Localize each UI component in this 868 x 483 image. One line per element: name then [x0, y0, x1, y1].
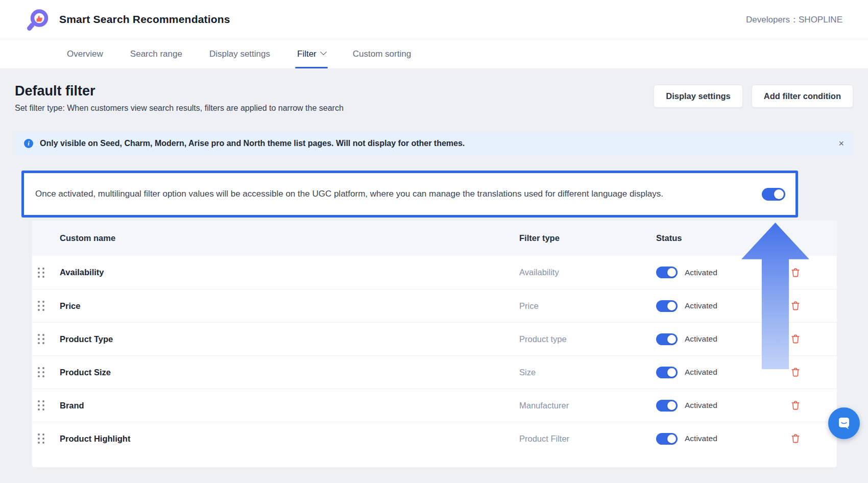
drag-handle[interactable]	[32, 400, 60, 410]
add-filter-condition-button[interactable]: Add filter condition	[752, 85, 853, 108]
filter-row: Product Highlight Product Filter Activat…	[32, 422, 837, 455]
trash-icon	[790, 367, 801, 378]
filter-actions	[778, 300, 837, 311]
info-banner-text: Only visible on Seed, Charm, Modern, Ari…	[40, 139, 465, 148]
status-toggle[interactable]	[656, 267, 678, 278]
trash-icon	[790, 267, 801, 278]
drag-handle-dots-icon	[38, 334, 44, 344]
drag-handle-dots-icon	[38, 367, 44, 377]
tab-display-settings[interactable]: Display settings	[209, 39, 270, 68]
filter-type: Manufacturer	[519, 401, 656, 410]
status-label: Activated	[685, 334, 717, 344]
filter-actions	[778, 367, 837, 378]
trash-icon	[790, 433, 801, 444]
app-logo-icon	[27, 8, 50, 31]
filter-row: Product Type Product type Activated	[32, 322, 837, 355]
page-subtitle: Set filter type: When customers view sea…	[15, 103, 344, 113]
filter-custom-name: Product Highlight	[60, 434, 519, 444]
drag-handle-dots-icon	[38, 400, 44, 410]
tab-search-range[interactable]: Search range	[130, 39, 182, 68]
drag-handle[interactable]	[32, 268, 60, 278]
status-toggle[interactable]	[656, 333, 678, 345]
app-title: Smart Search Recommendations	[59, 13, 230, 26]
filter-status-cell: Activated	[656, 367, 778, 378]
filter-actions	[778, 400, 837, 411]
filter-type: Product type	[519, 334, 656, 344]
display-settings-button[interactable]: Display settings	[654, 85, 743, 108]
tab-overview[interactable]: Overview	[67, 39, 103, 68]
top-bar: Smart Search Recommendations Developers：…	[0, 0, 868, 39]
tab-label: Search range	[130, 49, 182, 59]
filter-status-cell: Activated	[656, 400, 778, 412]
filter-custom-name: Price	[60, 301, 519, 311]
status-label: Activated	[685, 301, 717, 310]
multilingual-callout-text: Once activated, multilingual filter opti…	[35, 189, 663, 199]
developers-label: Developers：SHOPLINE	[746, 14, 842, 26]
column-header-filter-type: Filter type	[519, 233, 656, 243]
column-header-status: Status	[656, 233, 778, 243]
delete-filter-button[interactable]	[790, 367, 801, 378]
filter-actions	[778, 433, 837, 444]
chat-launcher-button[interactable]	[828, 407, 860, 439]
status-label: Activated	[685, 434, 717, 443]
trash-icon	[790, 333, 801, 345]
status-toggle[interactable]	[656, 400, 678, 412]
status-toggle[interactable]	[656, 433, 678, 445]
status-toggle[interactable]	[656, 300, 678, 312]
filter-type: Price	[519, 301, 656, 311]
filter-row: Brand Manufacturer Activated	[32, 389, 837, 422]
filter-custom-name: Brand	[60, 401, 519, 410]
filter-custom-name: Product Type	[60, 334, 519, 344]
delete-filter-button[interactable]	[790, 300, 801, 311]
filter-row: Availability Availability Activated	[32, 256, 837, 289]
info-icon: i	[24, 139, 33, 148]
tab-label: Custom sorting	[353, 49, 411, 59]
drag-handle-dots-icon	[38, 433, 44, 444]
column-header-custom-name: Custom name	[60, 233, 519, 243]
drag-handle[interactable]	[32, 367, 60, 377]
drag-handle-dots-icon	[38, 301, 44, 311]
page-actions: Display settings Add filter condition	[654, 85, 853, 108]
tab-bar: OverviewSearch rangeDisplay settingsFilt…	[0, 39, 868, 68]
filter-custom-name: Availability	[60, 268, 519, 277]
filter-actions	[778, 333, 837, 345]
status-label: Activated	[685, 401, 717, 410]
drag-handle[interactable]	[32, 334, 60, 344]
tab-label: Display settings	[209, 49, 270, 59]
page-title: Default filter	[15, 83, 344, 99]
tab-label: Filter	[297, 49, 317, 59]
delete-filter-button[interactable]	[790, 333, 801, 345]
filter-type: Availability	[519, 268, 656, 277]
page-content: Default filter Set filter type: When cus…	[0, 83, 868, 467]
status-label: Activated	[685, 368, 717, 377]
drag-handle-dots-icon	[38, 268, 44, 278]
filter-type: Size	[519, 368, 656, 377]
delete-filter-button[interactable]	[790, 400, 801, 411]
filter-status-cell: Activated	[656, 433, 778, 445]
tab-custom-sorting[interactable]: Custom sorting	[353, 39, 411, 68]
info-banner: i Only visible on Seed, Charm, Modern, A…	[15, 132, 853, 155]
tab-filter[interactable]: Filter	[297, 39, 326, 68]
drag-handle[interactable]	[32, 433, 60, 444]
page-header: Default filter Set filter type: When cus…	[15, 83, 853, 113]
chevron-down-icon	[320, 49, 327, 55]
filters-table-card: Custom name Filter type Status Availabil…	[32, 221, 837, 467]
table-header-row: Custom name Filter type Status	[32, 221, 837, 256]
filter-row: Price Price Activated	[32, 289, 837, 322]
tab-label: Overview	[67, 49, 103, 59]
banner-close-icon[interactable]: ×	[838, 139, 844, 148]
trash-icon	[790, 400, 801, 411]
filter-type: Product Filter	[519, 434, 656, 444]
delete-filter-button[interactable]	[790, 267, 801, 278]
filter-actions	[778, 267, 837, 278]
page-header-text: Default filter Set filter type: When cus…	[15, 83, 344, 113]
chat-bubble-icon	[836, 416, 852, 431]
filter-status-cell: Activated	[656, 300, 778, 312]
status-toggle[interactable]	[656, 367, 678, 378]
filter-status-cell: Activated	[656, 333, 778, 345]
multilingual-toggle[interactable]	[762, 188, 785, 201]
delete-filter-button[interactable]	[790, 433, 801, 444]
filter-custom-name: Product Size	[60, 368, 519, 377]
drag-handle[interactable]	[32, 301, 60, 311]
filter-row: Product Size Size Activated	[32, 355, 837, 389]
